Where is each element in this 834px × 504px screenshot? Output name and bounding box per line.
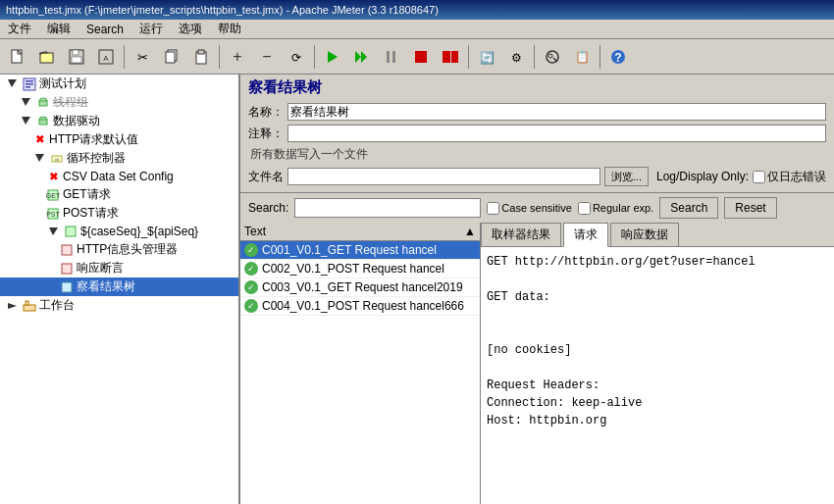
file-label: 文件名 (248, 169, 287, 185)
tree-node-header[interactable]: HTTP信息头管理器 (0, 240, 238, 259)
tree-node-loop[interactable]: ∞ 循环控制器 (0, 149, 238, 168)
search-button[interactable]: Search (659, 197, 718, 219)
toolbar-refresh[interactable]: ⟳ (283, 43, 310, 71)
svg-text:A: A (103, 54, 109, 63)
toolbar-help[interactable]: ? (604, 43, 632, 71)
toolbar-run[interactable] (319, 43, 346, 71)
search-bar: Search: Case sensitive Regular exp. Sear… (240, 192, 834, 223)
comment-label: 注释： (248, 126, 287, 142)
svg-rect-34 (26, 83, 33, 85)
svg-rect-20 (415, 51, 427, 63)
tree-node-data[interactable]: 数据驱动 (0, 112, 238, 130)
browse-button[interactable]: 浏览... (604, 167, 649, 186)
right-panel: 察看结果树 名称： 注释： 所有数据写入一个文件 文件名 浏览... Log/D… (240, 75, 834, 504)
result-item-1[interactable]: ✓ C002_V0.1_POST Request hancel (240, 260, 480, 278)
detail-line-2 (487, 271, 828, 288)
results-list-header: Text ▲ (240, 223, 480, 241)
collapse-icon[interactable]: ▲ (464, 225, 476, 238)
toolbar-pause[interactable] (378, 43, 405, 71)
file-input[interactable] (287, 168, 600, 185)
menu-help[interactable]: 帮助 (214, 20, 245, 38)
log-only-label: 仅日志错误 (767, 169, 826, 185)
toolbar-collapse[interactable]: − (253, 43, 281, 71)
result-item-3[interactable]: ✓ C004_V0.1_POST Request hancel666 (240, 297, 480, 316)
svg-point-26 (548, 54, 552, 58)
detail-line-3: GET data: (487, 288, 828, 306)
svg-marker-31 (8, 79, 17, 87)
reset-button[interactable]: Reset (724, 197, 776, 219)
tab-request[interactable]: 请求 (563, 223, 608, 247)
toolbar-sep-1 (124, 45, 125, 69)
svg-marker-42 (35, 154, 44, 162)
svg-text:🔄: 🔄 (480, 50, 495, 65)
toolbar-expand[interactable]: + (224, 43, 251, 71)
result-item-0[interactable]: ✓ C001_V0.1_GET Request hancel (240, 241, 480, 260)
toolbar-stop[interactable] (407, 43, 435, 71)
expand-icon-2 (18, 95, 33, 111)
panel-title: 察看结果树 (248, 78, 826, 97)
tree-node-workbench[interactable]: 工作台 (0, 296, 238, 315)
detail-tabs: 取样器结果 请求 响应数据 (481, 223, 834, 247)
tree-node-seq[interactable]: ${caseSeq}_${apiSeq} (0, 223, 238, 240)
menu-options[interactable]: 选项 (175, 20, 206, 38)
tree-node-plan[interactable]: 测试计划 (0, 75, 238, 93)
title-text: httpbin_test.jmx (F:\jmeter\jmeter_scrip… (6, 4, 439, 16)
toolbar-stop-all[interactable] (437, 43, 464, 71)
svg-marker-54 (8, 303, 17, 309)
header-icon (59, 242, 75, 258)
toolbar-report[interactable]: 📋 (568, 43, 596, 71)
svg-rect-22 (451, 51, 458, 63)
regex-checkbox[interactable] (578, 202, 591, 215)
svg-rect-53 (62, 282, 72, 292)
svg-marker-16 (355, 51, 361, 63)
toolbar-cut[interactable]: ✂ (129, 43, 156, 71)
menu-search[interactable]: Search (82, 22, 128, 37)
tree-node-assert[interactable]: 响应断言 (0, 259, 238, 277)
name-label: 名称： (248, 104, 287, 121)
detail-line-6: [no cookies] (487, 341, 828, 359)
detail-line-10: Host: httpbin.org (487, 412, 828, 429)
toolbar-new[interactable] (4, 43, 31, 71)
menu-run[interactable]: 运行 (135, 20, 167, 38)
svg-rect-33 (26, 80, 33, 82)
toolbar-clear[interactable]: 🔄 (473, 43, 500, 71)
tree-node-csv[interactable]: ✖ CSV Data Set Config (0, 168, 238, 185)
svg-marker-49 (49, 227, 58, 235)
tree-node-thread-label: 线程组 (53, 94, 88, 111)
toolbar-paste[interactable] (187, 43, 215, 71)
case-sensitive-label: Case sensitive (487, 202, 572, 215)
detail-line-7 (487, 359, 828, 377)
tree-node-results[interactable]: 察看结果树 (0, 277, 238, 296)
toolbar-copy[interactable] (158, 43, 185, 71)
tree-node-results-label: 察看结果树 (77, 278, 135, 295)
toolbar-run-all[interactable] (348, 43, 376, 71)
toolbar-open[interactable] (33, 43, 61, 71)
log-only-checkbox[interactable] (753, 171, 765, 183)
name-input[interactable] (287, 103, 826, 121)
tree-panel: 测试计划 线程组 数据驱动 ✖ HTTP请求默认值 (0, 75, 240, 504)
tab-sampler[interactable]: 取样器结果 (481, 223, 561, 246)
comment-input[interactable] (287, 125, 826, 142)
tab-response[interactable]: 响应数据 (610, 223, 679, 246)
svg-marker-39 (22, 117, 30, 125)
search-input[interactable] (294, 198, 481, 218)
tree-node-post[interactable]: PST POST请求 (0, 204, 238, 223)
tree-node-http-default[interactable]: ✖ HTTP请求默认值 (0, 130, 238, 149)
toolbar-saveas[interactable]: A (92, 43, 120, 71)
tree-node-get[interactable]: GET GET请求 (0, 185, 238, 204)
tree-node-header-label: HTTP信息头管理器 (77, 241, 178, 258)
menu-edit[interactable]: 编辑 (43, 20, 75, 38)
toolbar-sep-6 (599, 45, 600, 69)
toolbar-results[interactable] (539, 43, 566, 71)
svg-text:+: + (233, 48, 241, 65)
tree-node-thread[interactable]: 线程组 (0, 93, 238, 112)
case-sensitive-checkbox[interactable] (487, 202, 499, 215)
panel-header: 察看结果树 名称： 注释： 所有数据写入一个文件 文件名 浏览... Log/D… (240, 75, 834, 192)
menu-file[interactable]: 文件 (4, 20, 35, 38)
result-item-2[interactable]: ✓ C003_V0.1_GET Request hancel2019 (240, 278, 480, 297)
svg-rect-1 (40, 53, 53, 63)
toolbar-function[interactable]: ⚙ (502, 43, 530, 71)
toolbar-save[interactable] (63, 43, 90, 71)
tree-node-workbench-label: 工作台 (39, 297, 75, 314)
toolbar-sep-5 (534, 45, 535, 69)
